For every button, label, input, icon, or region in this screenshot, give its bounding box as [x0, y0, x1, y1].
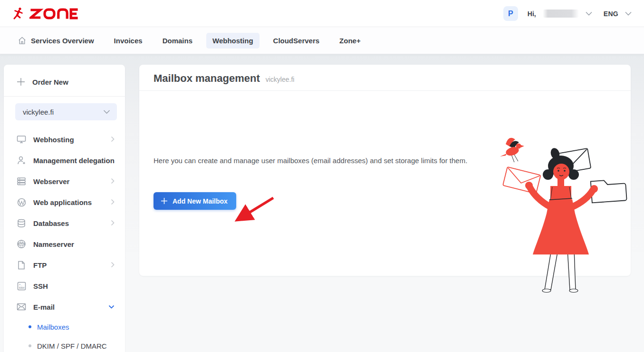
chevron-down-icon — [103, 109, 110, 114]
home-icon — [18, 36, 27, 45]
dns-icon: DNS — [16, 239, 27, 249]
bullet-icon — [29, 344, 31, 347]
chevron-right-icon — [111, 220, 115, 226]
sidebar-item-label: Databases — [33, 219, 69, 227]
nav-zone-plus[interactable]: Zone+ — [333, 33, 367, 49]
nav-label: Services Overview — [31, 37, 94, 45]
sidebar-subitem-mailboxes[interactable]: Mailboxes — [4, 317, 125, 336]
envelope-icon — [16, 303, 27, 311]
user-name-redacted — [543, 10, 579, 18]
database-icon — [16, 219, 27, 228]
nav-label: Invoices — [114, 37, 143, 45]
sidebar-item-label: Nameserver — [33, 240, 74, 248]
sidebar-item-webserver[interactable]: Webserver — [4, 171, 125, 192]
user-menu-chevron-down-icon[interactable] — [586, 11, 592, 16]
sidebar-item-ftp[interactable]: FTP — [4, 254, 125, 275]
add-new-mailbox-button[interactable]: Add New Mailbox — [154, 192, 236, 210]
chevron-right-icon — [111, 136, 115, 142]
chevron-right-icon — [111, 199, 115, 205]
sidebar: Order New vickylee.fi Webhosting Managem… — [4, 65, 125, 352]
order-new-button[interactable]: Order New — [4, 65, 125, 96]
svg-text:>_: >_ — [19, 283, 22, 286]
nav-label: Domains — [163, 37, 192, 45]
sidebar-item-label: FTP — [33, 261, 47, 269]
server-icon — [16, 177, 27, 186]
sidebar-item-label: SSH — [33, 282, 48, 290]
bird-icon — [500, 138, 524, 162]
page-subtitle-domain: vickylee.fi — [266, 76, 295, 83]
language-chevron-down-icon[interactable] — [625, 11, 632, 16]
plus-icon — [161, 197, 168, 205]
user-plus-icon — [16, 156, 27, 165]
plus-icon — [16, 77, 26, 87]
nav-invoices[interactable]: Invoices — [108, 33, 149, 49]
wordpress-icon — [16, 198, 27, 207]
bullet-icon — [29, 325, 31, 328]
main-navigation: Services Overview Invoices Domains Webho… — [0, 27, 644, 54]
sidebar-item-ssh[interactable]: >_SSH SSH — [4, 275, 125, 296]
file-icon — [16, 261, 27, 270]
sidebar-menu: Webhosting Management delegation Webserv… — [4, 125, 125, 352]
add-button-label: Add New Mailbox — [173, 197, 228, 205]
sidebar-item-label: Web applications — [33, 198, 92, 206]
description-text: Here you can create and manage user mail… — [154, 156, 467, 165]
sidebar-divider — [4, 96, 125, 97]
user-avatar[interactable]: P — [503, 6, 518, 21]
page-title: Mailbox management — [154, 72, 260, 85]
nav-cloudservers[interactable]: CloudServers — [267, 33, 326, 49]
chevron-right-icon — [111, 178, 115, 184]
top-header: P Hi, ENG — [0, 0, 644, 27]
sidebar-item-nameserver[interactable]: DNS Nameserver — [4, 234, 125, 254]
zone-logo-text — [29, 8, 79, 20]
sidebar-item-label: Webhosting — [33, 136, 74, 144]
sidebar-item-databases[interactable]: Databases — [4, 213, 125, 234]
zone-runner-icon — [11, 7, 26, 21]
nav-webhosting[interactable]: Webhosting — [206, 33, 260, 49]
language-selector[interactable]: ENG — [604, 10, 618, 18]
domain-selector-value: vickylee.fi — [23, 108, 54, 116]
domain-selector[interactable]: vickylee.fi — [15, 103, 117, 120]
nav-services-overview[interactable]: Services Overview — [11, 32, 100, 49]
nav-label: Webhosting — [212, 37, 253, 45]
monitor-icon — [16, 135, 27, 144]
svg-text:DNS: DNS — [19, 242, 24, 245]
sidebar-item-label: E-mail — [33, 303, 55, 311]
order-new-label: Order New — [32, 78, 68, 86]
mailbox-management-panel: Mailbox management vickylee.fi Here you … — [139, 65, 631, 276]
sidebar-item-management-delegation[interactable]: Management delegation — [4, 150, 125, 171]
terminal-icon: >_SSH — [16, 282, 27, 291]
nav-label: CloudServers — [273, 37, 320, 45]
nav-label: Zone+ — [339, 37, 361, 45]
panel-body: Here you can create and manage user mail… — [139, 91, 631, 275]
sidebar-subitem-label: DKIM / SPF / DMARC — [37, 342, 107, 350]
greeting-text: Hi, — [528, 10, 536, 18]
sidebar-item-label: Webserver — [33, 177, 69, 186]
chevron-down-icon — [108, 305, 115, 309]
sidebar-item-label: Management delegation — [33, 156, 115, 165]
mailbox-illustration — [493, 130, 629, 294]
sidebar-item-web-applications[interactable]: Web applications — [4, 192, 125, 213]
svg-text:SSH: SSH — [19, 286, 24, 289]
page-content: Order New vickylee.fi Webhosting Managem… — [0, 54, 644, 352]
chevron-right-icon — [111, 262, 115, 268]
nav-domains[interactable]: Domains — [156, 33, 199, 49]
panel-titlebar: Mailbox management vickylee.fi — [139, 65, 631, 91]
zone-logo[interactable] — [11, 7, 79, 21]
sidebar-subitem-dkim-spf-dmarc[interactable]: DKIM / SPF / DMARC — [4, 336, 125, 352]
sidebar-item-webhosting[interactable]: Webhosting — [4, 129, 125, 150]
sidebar-subitem-label: Mailboxes — [37, 323, 69, 331]
sidebar-item-email[interactable]: E-mail — [4, 296, 125, 317]
